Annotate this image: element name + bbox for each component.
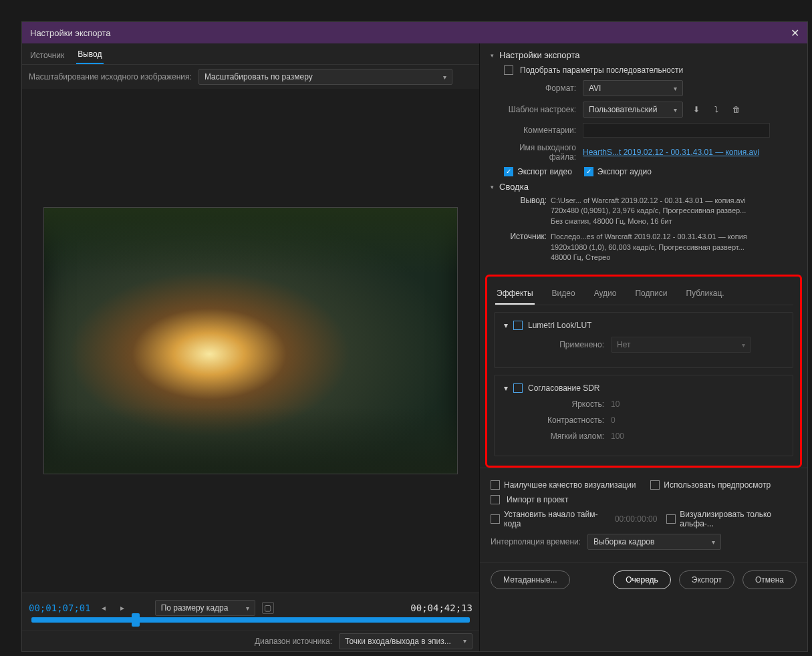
scale-select[interactable]: Масштабировать по размеру ▾ bbox=[198, 69, 452, 85]
fit-select[interactable]: По размеру кадра ▾ bbox=[155, 600, 255, 616]
summary-header[interactable]: ▾ Сводка bbox=[491, 182, 797, 192]
use-preview-checkbox[interactable] bbox=[650, 480, 660, 490]
format-label: Формат: bbox=[491, 84, 576, 93]
chevron-down-icon: ▾ bbox=[463, 637, 466, 645]
export-audio-checkbox[interactable] bbox=[584, 167, 593, 176]
lumetri-checkbox[interactable] bbox=[513, 321, 523, 330]
range-label: Диапазон источника: bbox=[255, 637, 332, 646]
chevron-down-icon: ▾ bbox=[246, 605, 249, 612]
dialog-title: Настройки экспорта bbox=[30, 28, 111, 38]
summary-source-text: Последо...es of Warcraft 2019.02.12 - 00… bbox=[551, 232, 747, 263]
video-preview[interactable] bbox=[43, 207, 458, 474]
match-sequence-checkbox[interactable] bbox=[504, 65, 513, 75]
lumetri-section: ▾ Lumetri Look/LUT Применено: Нет ▾ bbox=[494, 312, 793, 368]
fit-value: По размеру кадра bbox=[161, 603, 229, 613]
brightness-value[interactable]: 10 bbox=[611, 399, 620, 409]
export-button[interactable]: Экспорт bbox=[679, 570, 734, 589]
softclip-label: Мягкий излом: bbox=[504, 432, 604, 441]
cancel-button[interactable]: Отмена bbox=[742, 570, 797, 589]
export-video-checkbox[interactable] bbox=[504, 167, 513, 176]
aspect-icon[interactable]: ▢ bbox=[262, 602, 274, 614]
applied-label: Применено: bbox=[504, 340, 604, 349]
timecode-value: 00:00:00:00 bbox=[615, 514, 657, 524]
right-panel: ▾ Настройки экспорта Подобрать параметры… bbox=[480, 43, 807, 651]
import-preset-icon[interactable]: ⤵ bbox=[710, 103, 723, 116]
summary-output-text: C:\User... of Warcraft 2019.02.12 - 00.3… bbox=[551, 196, 746, 226]
brightness-label: Яркость: bbox=[504, 399, 604, 409]
twirl-icon[interactable]: ▾ bbox=[504, 321, 508, 330]
softclip-value[interactable]: 100 bbox=[611, 432, 624, 441]
sdr-title: Согласование SDR bbox=[528, 383, 600, 393]
preset-select[interactable]: Пользовательский ▾ bbox=[583, 102, 683, 118]
total-duration: 00;04;42;13 bbox=[410, 603, 472, 613]
chevron-down-icon: ▾ bbox=[742, 341, 745, 349]
close-icon[interactable]: ✕ bbox=[791, 27, 799, 39]
range-value: Точки входа/выхода в эпиз... bbox=[345, 637, 451, 646]
output-name-label: Имя выходного файла: bbox=[491, 143, 576, 162]
contrast-label: Контрастность: bbox=[504, 416, 604, 425]
metadata-button[interactable]: Метаданные... bbox=[491, 570, 570, 589]
left-panel: Источник Вывод Масштабирование исходного… bbox=[22, 43, 480, 651]
comments-input[interactable] bbox=[583, 123, 770, 138]
twirl-icon: ▾ bbox=[491, 184, 494, 190]
tab-video[interactable]: Видео bbox=[551, 283, 577, 305]
max-quality-checkbox[interactable] bbox=[491, 480, 500, 490]
chevron-down-icon: ▾ bbox=[712, 538, 715, 546]
export-settings-dialog: Настройки экспорта ✕ Источник Вывод Масш… bbox=[21, 21, 808, 652]
match-sequence-label: Подобрать параметры последовательности bbox=[520, 65, 683, 75]
set-timecode-checkbox[interactable] bbox=[491, 514, 500, 524]
output-name-link[interactable]: HearthS...t 2019.02.12 - 00.31.43.01 — к… bbox=[583, 148, 759, 157]
trash-icon[interactable]: 🗑 bbox=[730, 103, 743, 116]
scale-value: Масштабировать по размеру bbox=[205, 72, 313, 81]
playhead[interactable] bbox=[132, 613, 140, 627]
current-timecode[interactable]: 00;01;07;01 bbox=[29, 603, 91, 613]
chevron-down-icon: ▾ bbox=[674, 85, 677, 92]
scale-label: Масштабирование исходного изображения: bbox=[29, 72, 192, 81]
tab-effects[interactable]: Эффекты bbox=[495, 283, 535, 305]
range-select[interactable]: Точки входа/выхода в эпиз... ▾ bbox=[339, 633, 472, 649]
tab-captions[interactable]: Подписи bbox=[634, 283, 668, 305]
interp-select[interactable]: Выборка кадров ▾ bbox=[587, 534, 721, 550]
lumetri-title: Lumetri Look/LUT bbox=[528, 321, 591, 330]
contrast-value[interactable]: 0 bbox=[611, 416, 616, 425]
queue-button[interactable]: Очередь bbox=[613, 570, 671, 589]
timeline-track[interactable] bbox=[31, 617, 470, 623]
twirl-icon: ▾ bbox=[491, 52, 494, 59]
sdr-section: ▾ Согласование SDR Яркость: 10 Контрастн… bbox=[494, 375, 793, 456]
twirl-icon[interactable]: ▾ bbox=[504, 383, 508, 393]
sdr-checkbox[interactable] bbox=[513, 383, 523, 393]
next-frame-icon[interactable]: ▸ bbox=[116, 602, 128, 614]
alpha-only-checkbox[interactable] bbox=[666, 514, 676, 524]
effects-highlight: Эффекты Видео Аудио Подписи Публикац. ▾ … bbox=[485, 275, 802, 468]
chevron-down-icon: ▾ bbox=[674, 106, 677, 114]
titlebar: Настройки экспорта ✕ bbox=[22, 22, 807, 43]
interp-label: Интерполяция времени: bbox=[491, 537, 581, 546]
tab-source[interactable]: Источник bbox=[29, 47, 65, 64]
format-select[interactable]: AVI ▾ bbox=[583, 80, 683, 96]
save-preset-icon[interactable]: ⬇ bbox=[690, 103, 703, 116]
chevron-down-icon: ▾ bbox=[443, 73, 446, 81]
comments-label: Комментарии: bbox=[491, 126, 576, 135]
summary-source-label: Источник: bbox=[504, 232, 547, 263]
export-settings-header[interactable]: ▾ Настройки экспорта bbox=[491, 50, 797, 60]
summary-output-label: Вывод: bbox=[504, 196, 547, 226]
tab-output[interactable]: Вывод bbox=[76, 45, 103, 64]
tab-audio[interactable]: Аудио bbox=[593, 283, 618, 305]
preset-label: Шаблон настроек: bbox=[491, 105, 576, 114]
prev-frame-icon[interactable]: ◂ bbox=[98, 602, 110, 614]
import-project-checkbox[interactable] bbox=[491, 495, 500, 504]
applied-select: Нет ▾ bbox=[611, 337, 751, 353]
tab-publish[interactable]: Публикац. bbox=[684, 283, 725, 305]
